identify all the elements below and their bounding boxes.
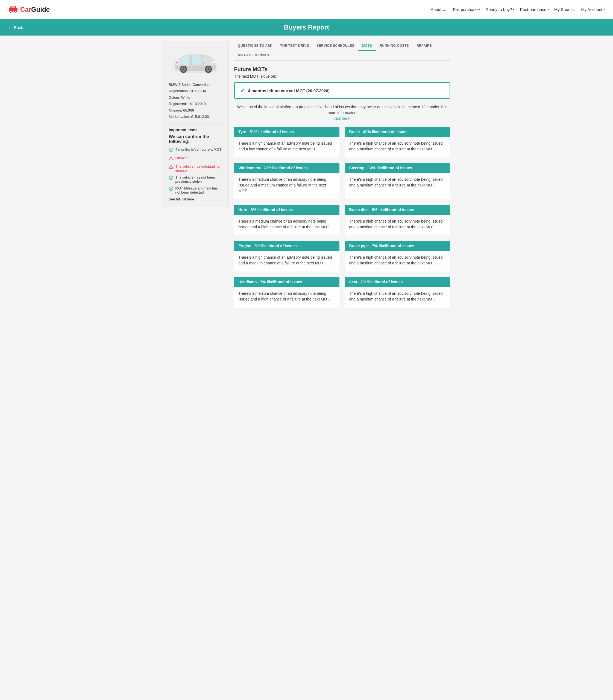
svg-point-2 <box>15 10 17 12</box>
issue-card-header: Headlamp - 7% likelihood of issues <box>234 277 339 287</box>
nav-item-post-purchase[interactable]: Post-purchase▾ <box>520 7 549 12</box>
car-info: BMW 3 Series Convertible Registration: S… <box>169 81 223 120</box>
click-here-link[interactable]: click here <box>334 116 350 120</box>
svg-point-21 <box>169 176 173 180</box>
issue-card-body: There's a high chance of an advisory not… <box>345 215 450 236</box>
nav-item-label: About Us <box>431 7 448 12</box>
important-title: Important items <box>169 128 223 132</box>
issue-card: Seat - 7% likelihood of issuesThere's a … <box>345 277 450 308</box>
nav-item-pre-purchase[interactable]: Pre-purchase▾ <box>453 7 480 12</box>
issue-card: Windscreen - 22% likelihood of issuesThe… <box>234 163 339 199</box>
issue-card-body: There's a high chance of an advisory not… <box>234 137 339 157</box>
check-circle-icon <box>169 148 173 153</box>
nav-item-my-account[interactable]: My Account▾ <box>581 7 605 12</box>
mot-status-text: 4 months left on current MOT (20.07.2020… <box>248 88 330 93</box>
tab-service-schedules[interactable]: SERVICE SCHEDULES <box>313 41 358 51</box>
check-item: The vehicle has not been previously stol… <box>169 175 223 183</box>
check-circle-icon <box>169 187 173 192</box>
issue-card-header: Horn - 9% likelihood of issues <box>234 205 339 215</box>
issue-card-body: There's a medium chance of an advisory n… <box>234 287 339 308</box>
svg-point-1 <box>10 10 12 12</box>
issue-card-header: Brake - 40% likelihood of issues <box>345 127 450 137</box>
content-area: QUESTIONS TO ASKTHE TEST DRIVESERVICE SC… <box>234 41 450 308</box>
check-item: 4 months left on current MOT <box>169 148 223 153</box>
issue-card-body: There's a high chance of an advisory not… <box>345 251 450 271</box>
issue-card: Brake - 40% likelihood of issuesThere's … <box>345 127 450 157</box>
issue-card-body: There's a medium chance of an advisory n… <box>234 173 339 199</box>
issue-card-header: Engine - 8% likelihood of issues <box>234 241 339 251</box>
nav-item-label: Post-purchase <box>520 7 546 12</box>
car-image-container <box>169 47 223 78</box>
tabs-bar: QUESTIONS TO ASKTHE TEST DRIVESERVICE SC… <box>234 41 450 61</box>
svg-point-10 <box>207 68 209 71</box>
tab-mileage-and-risks[interactable]: MILEAGE & RISKS <box>234 51 273 61</box>
check-item: MOT Mileage anomaly has not been detecte… <box>169 186 223 194</box>
logo-car-text: Car <box>20 6 31 13</box>
tab-mots[interactable]: MOTS <box>358 41 376 51</box>
check-item-text: The vehicle has outstanding finance <box>175 164 223 173</box>
future-mots-section: Future MOTs The next MOT is due on: ✔ 4 … <box>234 66 450 308</box>
main-nav: About UsPre-purchase▾Ready to buy?▾Post-… <box>431 7 605 12</box>
dropdown-arrow-icon: ▾ <box>513 8 514 11</box>
car-make: BMW 3 Series Convertible <box>169 81 223 88</box>
logo[interactable]: CarGuide <box>8 5 50 14</box>
breadcrumb-bar: ← Back Buyers Report <box>0 19 613 36</box>
nav-item-my-shortlist[interactable]: My Shortlist <box>554 7 576 12</box>
check-item-text: 4 months left on current MOT <box>175 148 222 152</box>
svg-point-16 <box>169 148 173 152</box>
nav-item-about-us[interactable]: About Us <box>431 7 448 12</box>
mot-status-box: ✔ 4 months left on current MOT (20.07.20… <box>234 82 450 99</box>
nav-item-label: Pre-purchase <box>453 7 478 12</box>
check-item: Untaxed <box>169 156 223 162</box>
car-logo-icon <box>8 5 18 14</box>
issue-card: Headlamp - 7% likelihood of issuesThere'… <box>234 277 339 308</box>
warning-icon <box>169 156 173 162</box>
car-registration: Registration: SD60ODX <box>169 88 223 94</box>
check-circle-icon <box>169 176 173 181</box>
car-market-value: Market value: £15,912.00 <box>169 114 223 120</box>
issue-card-header: Brake pipe - 7% likelihood of issues <box>345 241 450 251</box>
issue-card-body: There's a high chance of an advisory not… <box>234 251 339 271</box>
car-mileage: Mileage: 66,966 <box>169 107 223 114</box>
check-item-text: MOT Mileage anomaly has not been detecte… <box>175 186 223 194</box>
check-item: The vehicle has outstanding finance <box>169 164 223 173</box>
tab-running-costs[interactable]: RUNNING COSTS <box>376 41 413 51</box>
confirm-title: We can confirm the following: <box>169 134 223 144</box>
car-image <box>170 47 222 77</box>
issue-card-body: There's a medium chance of an advisory n… <box>234 215 339 236</box>
issue-card-body: There's a high chance of an advisory not… <box>345 287 450 308</box>
svg-point-20 <box>171 168 171 168</box>
car-colour: Colour: White <box>169 94 223 101</box>
header: CarGuide About UsPre-purchase▾Ready to b… <box>0 0 613 19</box>
dropdown-arrow-icon: ▾ <box>603 8 605 11</box>
logo-guide-text: Guide <box>31 6 50 13</box>
svg-rect-12 <box>200 62 203 62</box>
issue-card: Steering - 13% likelihood of issuesThere… <box>345 163 450 199</box>
tab-the-test-drive[interactable]: THE TEST DRIVE <box>276 41 313 51</box>
tab-questions-to-ask[interactable]: QUESTIONS TO ASK <box>234 41 277 51</box>
issue-card: Engine - 8% likelihood of issuesThere's … <box>234 241 339 271</box>
section-subtitle: The next MOT is due on: <box>234 74 450 78</box>
back-arrow-icon: ← <box>8 25 12 30</box>
issue-card-header: Seat - 7% likelihood of issues <box>345 277 450 287</box>
see-full-list-link[interactable]: See full list here <box>169 197 223 201</box>
page-title: Buyers Report <box>284 24 329 31</box>
issues-grid: Tyre - 51% likelihood of issuesThere's a… <box>234 127 450 308</box>
svg-rect-15 <box>175 62 178 63</box>
svg-point-18 <box>171 160 171 160</box>
nav-item-label: Ready to buy? <box>486 7 512 12</box>
tab-repairs[interactable]: REPAIRS <box>413 41 435 51</box>
dropdown-arrow-icon: ▾ <box>479 8 480 11</box>
svg-point-22 <box>169 187 173 191</box>
check-item-text: Untaxed <box>175 156 188 160</box>
back-label: Back <box>14 25 23 30</box>
warning-icon <box>169 165 173 170</box>
nav-item-ready-to-buy?[interactable]: Ready to buy?▾ <box>486 7 514 12</box>
svg-point-14 <box>212 61 215 63</box>
sidebar-check-items: 4 months left on current MOTUntaxedThe v… <box>169 148 223 194</box>
back-button[interactable]: ← Back <box>8 25 23 30</box>
svg-rect-13 <box>190 62 192 62</box>
info-text: We've used the impair.ai platform to pre… <box>234 104 450 122</box>
section-title: Future MOTs <box>234 66 450 73</box>
issue-card: Brake pipe - 7% likelihood of issuesTher… <box>345 241 450 271</box>
